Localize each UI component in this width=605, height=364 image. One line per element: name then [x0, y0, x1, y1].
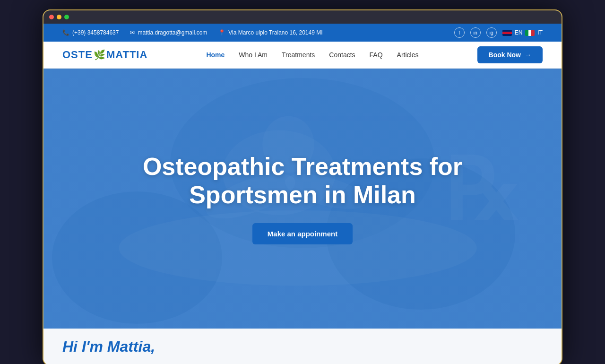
hero-title-line2: Sportsmen in Milan: [189, 181, 416, 208]
nav-links: Home Who I Am Treatments Contacts FAQ Ar…: [206, 51, 418, 59]
phone-number: (+39) 3458784637: [72, 29, 119, 36]
hero-section: ℞ Osteopathic Treatments for Sportsmen i…: [43, 69, 562, 329]
browser-chrome: [43, 10, 562, 24]
hero-content: Osteopathic Treatments for Sportsmen in …: [124, 153, 481, 245]
contact-bar-left: 📞 (+39) 3458784637 ✉ mattia.dragotta@gma…: [62, 29, 323, 36]
maximize-dot[interactable]: [64, 15, 69, 19]
contact-bar-right: f in ig EN IT: [454, 27, 543, 38]
logo-leaf-icon: 🌿: [94, 49, 105, 61]
lang-it[interactable]: IT: [537, 29, 543, 36]
uk-flag: [502, 30, 512, 36]
nav-home[interactable]: Home: [206, 51, 225, 59]
address-item: 📍 Via Marco ulpio Traiano 16, 20149 MI: [218, 29, 322, 36]
hero-title: Osteopathic Treatments for Sportsmen in …: [143, 153, 462, 209]
bottom-teaser: Hi I'm Mattia,: [43, 329, 562, 364]
navbar: OSTE 🌿 MATTIA Home Who I Am Treatments C…: [43, 42, 562, 69]
nav-faq[interactable]: FAQ: [370, 51, 383, 59]
nav-who-i-am[interactable]: Who I Am: [239, 51, 268, 59]
hero-cta-label: Make an appoinment: [268, 230, 337, 238]
arrow-icon: →: [525, 51, 531, 59]
browser-frame: 📞 (+39) 3458784637 ✉ mattia.dragotta@gma…: [43, 9, 562, 364]
address-text: Via Marco ulpio Traiano 16, 20149 MI: [228, 29, 322, 36]
phone-icon: 📞: [62, 29, 69, 36]
location-icon: 📍: [218, 29, 225, 36]
email-address: mattia.dragotta@gmail.com: [138, 29, 207, 36]
nav-contacts[interactable]: Contacts: [329, 51, 355, 59]
nav-articles[interactable]: Articles: [397, 51, 419, 59]
lang-en[interactable]: EN: [515, 29, 523, 36]
linkedin-icon[interactable]: in: [470, 27, 481, 38]
it-flag: [525, 30, 535, 36]
teaser-text: Hi I'm Mattia,: [62, 338, 155, 355]
hero-title-line1: Osteopathic Treatments for: [143, 153, 462, 180]
phone-item: 📞 (+39) 3458784637: [62, 29, 119, 36]
nav-treatments[interactable]: Treatments: [282, 51, 315, 59]
logo[interactable]: OSTE 🌿 MATTIA: [62, 49, 147, 61]
book-now-label: Book Now: [489, 51, 521, 59]
book-now-button[interactable]: Book Now →: [477, 46, 543, 63]
facebook-icon[interactable]: f: [454, 27, 465, 38]
hero-cta-button[interactable]: Make an appoinment: [252, 223, 353, 244]
logo-mattia: MATTIA: [106, 49, 147, 61]
contact-bar: 📞 (+39) 3458784637 ✉ mattia.dragotta@gma…: [43, 24, 562, 42]
email-icon: ✉: [130, 29, 135, 36]
minimize-dot[interactable]: [57, 15, 61, 19]
teaser-greeting: Hi I'm Mattia,: [62, 338, 155, 355]
lang-selector: EN IT: [502, 29, 543, 36]
instagram-icon[interactable]: ig: [486, 27, 497, 38]
logo-oste: OSTE: [62, 49, 93, 61]
email-item: ✉ mattia.dragotta@gmail.com: [130, 29, 207, 36]
close-dot[interactable]: [49, 15, 54, 19]
